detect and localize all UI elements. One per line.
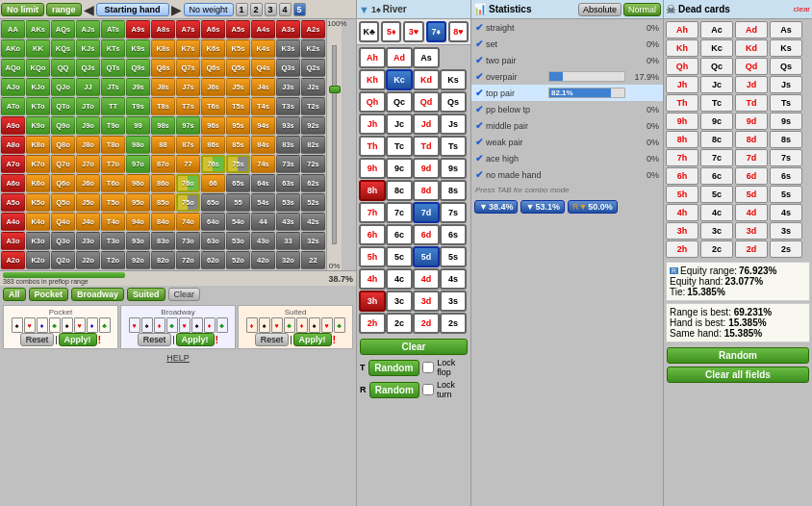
matrix-cell[interactable]: 98o	[126, 136, 150, 154]
dead-9c[interactable]: 9c	[700, 113, 733, 130]
matrix-cell[interactable]: T6s	[201, 97, 225, 115]
matrix-cell[interactable]: 99	[126, 116, 150, 135]
river-card-5d[interactable]: 5d	[413, 246, 440, 267]
matrix-cell[interactable]: K6s	[201, 39, 225, 58]
prev-arrow[interactable]: ◀	[84, 2, 94, 17]
matrix-cell[interactable]: JTo	[76, 97, 100, 115]
dead-9s[interactable]: 9s	[770, 113, 802, 130]
matrix-cell[interactable]: 87s	[176, 136, 200, 154]
river-card-5s[interactable]: 5s	[440, 246, 467, 267]
dead-8c[interactable]: 8c	[700, 131, 733, 148]
river-card-2c[interactable]: 2c	[386, 313, 413, 334]
river-card-qd[interactable]: Qd	[413, 91, 440, 113]
matrix-cell[interactable]: T4o	[101, 213, 125, 231]
matrix-cell[interactable]: QJs	[76, 59, 100, 77]
matrix-cell[interactable]: J3o	[76, 232, 100, 250]
filter-btn-1[interactable]: ▼ 38.4%	[474, 200, 518, 214]
matrix-cell[interactable]: Q6o	[51, 174, 75, 192]
matrix-cell[interactable]: A9s	[126, 20, 150, 38]
matrix-cell[interactable]: 93o	[126, 232, 150, 250]
weak-pair-check[interactable]: ✔	[475, 137, 483, 147]
matrix-cell[interactable]: AA	[1, 20, 25, 38]
matrix-cell[interactable]: 22	[301, 251, 325, 269]
river-card-6d[interactable]: 6d	[413, 224, 440, 245]
river-card-qh[interactable]: Qh	[359, 91, 386, 113]
river-card-kh[interactable]: Kh	[359, 69, 386, 90]
matrix-cell[interactable]: A6o	[1, 174, 25, 192]
matrix-cell[interactable]: 75s	[226, 155, 250, 173]
matrix-cell[interactable]: JTs	[101, 78, 125, 96]
matrix-cell[interactable]: 76o	[176, 174, 200, 192]
matrix-cell[interactable]: ATs	[101, 20, 125, 38]
matrix-cell[interactable]: J7s	[176, 78, 200, 96]
dead-kh[interactable]: Kh	[666, 39, 698, 57]
filter-btn-3[interactable]: R▼ 50.0%	[568, 200, 618, 214]
num1-button[interactable]: 1	[236, 3, 248, 16]
matrix-cell[interactable]: J4s	[251, 78, 275, 96]
overpair-check[interactable]: ✔	[475, 71, 483, 82]
matrix-cell[interactable]: ATo	[1, 97, 25, 115]
matrix-cell[interactable]: A2o	[1, 251, 25, 269]
matrix-cell[interactable]: KJs	[76, 39, 100, 58]
matrix-cell[interactable]: 83s	[276, 136, 300, 154]
matrix-cell[interactable]: TT	[101, 97, 125, 115]
no-limit-button[interactable]: No limit	[1, 3, 44, 16]
matrix-cell[interactable]: QTo	[51, 97, 75, 115]
matrix-cell[interactable]: 64o	[201, 213, 225, 231]
matrix-cell[interactable]: Q8s	[151, 59, 175, 77]
matrix-cell[interactable]: QJo	[51, 78, 75, 96]
matrix-cell[interactable]: 65o	[201, 193, 225, 212]
river-card-qs[interactable]: Qs	[440, 91, 467, 113]
matrix-cell[interactable]: AQo	[1, 59, 25, 77]
dead-qd[interactable]: Qd	[735, 58, 768, 75]
dead-5h[interactable]: 5h	[666, 186, 698, 203]
matrix-cell[interactable]: J8s	[151, 78, 175, 96]
matrix-cell[interactable]: AQs	[51, 20, 75, 38]
pocket-apply-button[interactable]: Apply!	[59, 333, 97, 346]
dead-jc[interactable]: Jc	[700, 76, 733, 93]
matrix-cell[interactable]: KTo	[26, 97, 50, 115]
matrix-cell[interactable]: A8s	[151, 20, 175, 38]
dead-4h[interactable]: 4h	[666, 204, 698, 221]
matrix-cell[interactable]: J9s	[126, 78, 150, 96]
matrix-cell[interactable]: 72s	[301, 155, 325, 173]
matrix-cell[interactable]: 77	[176, 155, 200, 173]
selected-card-7d[interactable]: 7♦	[426, 21, 446, 42]
all-button[interactable]: All	[3, 288, 26, 301]
river-random2-button[interactable]: Random	[369, 382, 420, 398]
matrix-cell[interactable]: 73o	[176, 232, 200, 250]
matrix-cell[interactable]: Q4o	[51, 213, 75, 231]
dead-4c[interactable]: 4c	[700, 204, 733, 221]
river-card-2s[interactable]: 2s	[440, 313, 467, 334]
matrix-cell[interactable]: KQs	[51, 39, 75, 58]
slider-thumb[interactable]	[329, 86, 341, 93]
river-card-8s[interactable]: 8s	[440, 180, 467, 201]
river-card-9s[interactable]: 9s	[440, 158, 467, 179]
matrix-cell[interactable]: 65s	[226, 174, 250, 192]
river-card-th[interactable]: Th	[359, 136, 386, 157]
dead-9h[interactable]: 9h	[666, 113, 698, 130]
river-card-4s[interactable]: 4s	[440, 268, 467, 290]
matrix-cell[interactable]: 86s	[201, 136, 225, 154]
river-card-7c[interactable]: 7c	[386, 202, 413, 223]
river-card-8d[interactable]: 8d	[413, 180, 440, 201]
matrix-cell[interactable]: A5o	[1, 193, 25, 212]
dead-clear-link[interactable]: clear	[794, 5, 810, 13]
river-card-6c[interactable]: 6c	[386, 224, 413, 245]
clear-button[interactable]: Clear	[168, 288, 201, 301]
matrix-cell[interactable]: J2o	[76, 251, 100, 269]
river-card-2h[interactable]: 2h	[359, 313, 386, 334]
matrix-cell[interactable]: 93s	[276, 116, 300, 135]
filter-btn-2[interactable]: ▼ 53.1%	[520, 200, 564, 214]
suited-reset-button[interactable]: Reset	[255, 333, 290, 346]
dead-2c[interactable]: 2c	[700, 240, 733, 258]
matrix-cell[interactable]: 32o	[276, 251, 300, 269]
matrix-cell[interactable]: 85o	[151, 193, 175, 212]
matrix-cell[interactable]: 74o	[176, 213, 200, 231]
matrix-cell[interactable]: KQo	[26, 59, 50, 77]
num5-button[interactable]: 5	[293, 3, 306, 16]
no-made-check[interactable]: ✔	[475, 169, 483, 180]
matrix-cell[interactable]: Q6s	[201, 59, 225, 77]
matrix-cell[interactable]: 66	[201, 174, 225, 192]
matrix-cell[interactable]: K4o	[26, 213, 50, 231]
